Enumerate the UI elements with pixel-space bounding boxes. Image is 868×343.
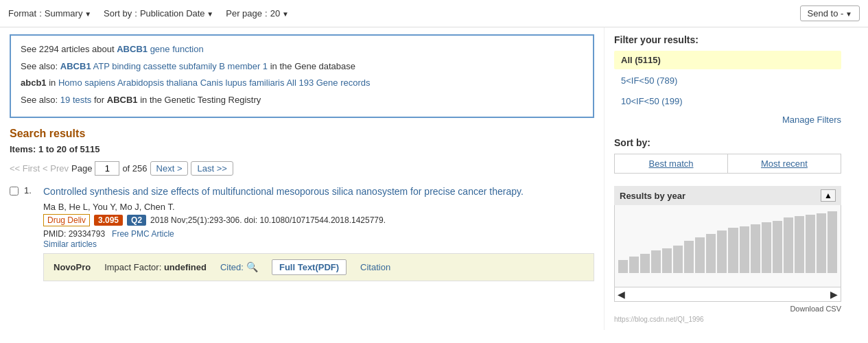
chart-bar	[795, 216, 804, 273]
page-label: Page	[71, 163, 92, 174]
main-layout: See 2294 articles about ABCB1 gene funct…	[0, 27, 868, 330]
last-btn[interactable]: Last >>	[191, 161, 233, 176]
filter-title: Filter your results:	[614, 34, 841, 45]
if-badge: 3.095	[94, 215, 123, 226]
chart-bar	[828, 211, 837, 273]
download-csv: Download CSV	[614, 302, 841, 316]
canis-link[interactable]: Canis lupus familiaris	[200, 78, 285, 88]
most-recent-button[interactable]: Most recent	[728, 154, 841, 173]
all-gene-records-link[interactable]: All 193 Gene records	[286, 78, 370, 88]
chart-bar	[728, 228, 738, 273]
impact-factor-value: undefined	[164, 262, 207, 272]
info-line2-pre: See also:	[21, 61, 60, 71]
abcb1-gene-function-link[interactable]: ABCB1 gene function	[117, 44, 203, 54]
info-line4-pre: See also:	[21, 95, 60, 105]
chart-bar	[773, 221, 782, 273]
of-pages: of 256	[122, 163, 147, 174]
filter-item-5if50[interactable]: 5<IF<50 (789)	[614, 71, 841, 90]
pagination: << First < Prev Page of 256 Next > Last …	[10, 161, 594, 176]
chart-bar	[784, 217, 793, 273]
filter-item-10if50[interactable]: 10<IF<50 (199)	[614, 92, 841, 110]
abcb1-bold2: ABCB1	[60, 61, 91, 71]
abcb1-gene-db-link[interactable]: ABCB1 ATP binding cassette subfamily B m…	[60, 61, 268, 71]
chart-bar	[762, 222, 771, 273]
impact-factor-pre: Impact Factor:	[104, 262, 164, 272]
chart-area	[614, 205, 841, 287]
citation-button[interactable]: Citation	[360, 262, 390, 272]
cited-link[interactable]: Cited: 🔍	[220, 261, 258, 272]
sort-buttons: Best match Most recent	[614, 154, 841, 174]
info-line1-pre: See 2294 articles about	[21, 44, 117, 54]
chart-bar	[640, 254, 650, 273]
page-input[interactable]	[95, 161, 119, 176]
info-line-1: See 2294 articles about ABCB1 gene funct…	[21, 43, 583, 56]
chart-bar	[651, 250, 661, 273]
chart-bar	[740, 226, 749, 273]
format-dropdown[interactable]: Summary	[45, 8, 91, 19]
items-count: Items: 1 to 20 of 5115	[10, 144, 594, 154]
sort-title: Sort by:	[614, 137, 841, 148]
sortby-dropdown[interactable]: Publication Date	[140, 8, 213, 19]
abcb1-bold: ABCB1	[117, 44, 148, 54]
chart-bar	[629, 257, 639, 273]
chart-title: Results by year	[620, 191, 685, 201]
result-authors: Ma B, He L, You Y, Mo J, Chen T.	[43, 202, 594, 212]
chart-prev-button[interactable]: ◀	[618, 289, 625, 300]
info-box: See 2294 articles about ABCB1 gene funct…	[10, 34, 594, 118]
homo-sapiens-link[interactable]: Homo sapiens	[58, 78, 115, 88]
filter-item-all-label: All (5115)	[621, 55, 661, 65]
article-title-link[interactable]: Controlled synthesis and size effects of…	[43, 186, 524, 197]
chart-bar	[817, 213, 826, 273]
chart-nav: ◀ ▶	[614, 287, 841, 302]
filter-item-10if50-link[interactable]: 10<IF<50 (199)	[621, 96, 683, 106]
impact-factor: Impact Factor: undefined	[104, 262, 207, 272]
action-bar: NovoPro Impact Factor: undefined Cited: …	[43, 253, 594, 281]
chart-bar	[695, 237, 705, 273]
similar-articles-link[interactable]: Similar articles	[43, 239, 97, 249]
result-meta: Drug Deliv 3.095 Q2 2018 Nov;25(1):293-3…	[43, 214, 594, 226]
perpage-dropdown[interactable]: 20	[270, 8, 289, 19]
journal-badge: Drug Deliv	[43, 214, 90, 226]
sortby-item: Sort by: Publication Date	[104, 8, 213, 19]
sidebar: Filter your results: All (5115) 5<IF<50 …	[604, 27, 851, 330]
abcb1-italic: abcb1	[21, 78, 47, 88]
arabidopsis-link[interactable]: Arabidopsis thaliana	[117, 78, 198, 88]
abcb1-bold3: ABCB1	[107, 95, 138, 105]
info-line-3: abcb1 in Homo sapiens Arabidopsis thalia…	[21, 76, 583, 90]
free-pmc-link[interactable]: Free PMC Article	[112, 229, 174, 239]
cited-pre: Cited:	[220, 262, 244, 272]
info-line4-end: in the Genetic Testing Registry	[138, 95, 261, 105]
toolbar-left: Format: Summary Sort by: Publication Dat…	[8, 8, 800, 19]
content-area: See 2294 articles about ABCB1 gene funct…	[0, 27, 604, 330]
chart-bar	[751, 224, 760, 273]
chart-section: Results by year ▲ ◀ ▶ Download CSV https…	[614, 186, 841, 323]
chart-bar	[662, 248, 672, 273]
best-match-button[interactable]: Best match	[615, 154, 728, 173]
genetic-testing-link[interactable]: 19 tests	[60, 95, 92, 105]
novopro-label: NovoPro	[54, 262, 91, 272]
chart-bar	[706, 234, 716, 273]
watermark: https://blog.csdn.net/QI_1996	[614, 316, 841, 323]
format-item: Format: Summary	[8, 8, 91, 19]
filter-item-all[interactable]: All (5115)	[614, 51, 841, 69]
result-pmid: PMID: 29334793	[43, 229, 105, 239]
result-checkbox[interactable]	[10, 187, 19, 196]
sort-section: Sort by: Best match Most recent	[614, 137, 841, 174]
manage-filters-link[interactable]: Manage Filters	[782, 115, 841, 125]
chart-scroll-up-button[interactable]: ▲	[821, 189, 836, 202]
perpage-label: Per page	[226, 8, 262, 19]
result-doi: 2018 Nov;25(1):293-306. doi: 10.1080/107…	[150, 215, 386, 225]
send-to-button[interactable]: Send to -	[800, 5, 860, 21]
result-pmid-line: PMID: 29334793 Free PMC Article	[43, 229, 594, 239]
chart-bar	[684, 241, 694, 273]
prev-btn: < Prev	[43, 163, 69, 174]
filter-item-5if50-link[interactable]: 5<IF<50 (789)	[621, 75, 677, 86]
download-csv-label: Download CSV	[790, 305, 841, 313]
result-body: Controlled synthesis and size effects of…	[43, 185, 594, 281]
chart-next-button[interactable]: ▶	[830, 289, 838, 300]
fulltext-button[interactable]: Full Text(PDF)	[272, 259, 347, 275]
search-results-title: Search results	[10, 128, 594, 140]
next-btn[interactable]: Next >	[150, 161, 189, 176]
info-line-4: See also: 19 tests for ABCB1 in the Gene…	[21, 93, 583, 107]
info-line4-mid: for	[91, 95, 106, 105]
